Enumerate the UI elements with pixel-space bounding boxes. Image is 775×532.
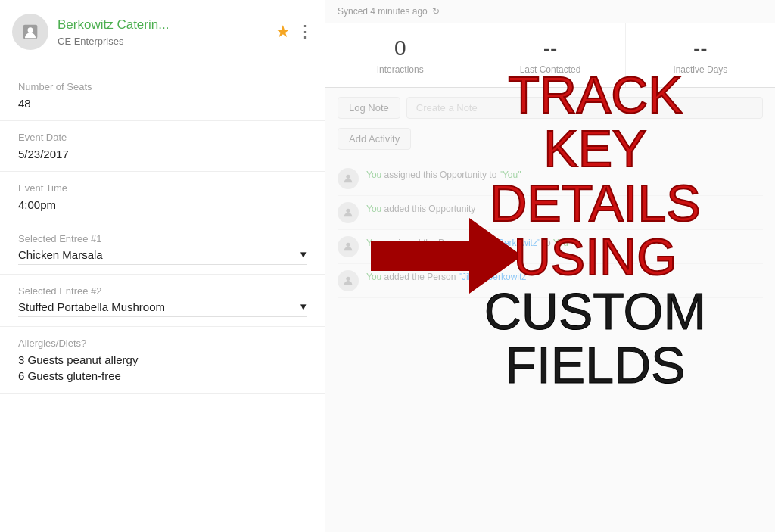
number-of-seats-label: Number of Seats [18,81,307,92]
allergies-label: Allergies/Diets? [18,338,307,349]
entree1-field: Selected Entree #1 Chicken Marsala ▾ [0,222,325,275]
star-icon[interactable]: ★ [275,22,291,42]
last-contacted-value: -- [543,36,558,61]
main-container: Berkowitz Caterin... CE Enterprises ★ ⋮ … [0,0,775,532]
inactive-days-value: -- [693,36,708,61]
svg-point-1 [28,27,33,33]
last-contacted-stat: -- Last Contacted [475,23,625,87]
entree1-dropdown-icon[interactable]: ▾ [300,247,307,261]
left-panel: Berkowitz Caterin... CE Enterprises ★ ⋮ … [0,0,325,532]
activity-item-2: You added this Opportunity [338,196,763,230]
sync-status: Synced 4 minutes ago [338,6,428,17]
svg-point-5 [346,276,350,280]
entree1-label: Selected Entree #1 [18,233,307,244]
allergies-value[interactable]: 3 Guests peanut allergy 6 Guests gluten-… [18,352,307,384]
you-link-3[interactable]: You [366,204,381,214]
contact-company: CE Enterprises [58,36,275,47]
entree2-field: Selected Entree #2 Stuffed Portabella Mu… [0,275,325,327]
you-link-2[interactable]: "You" [500,170,521,180]
entree2-label: Selected Entree #2 [18,285,307,297]
jillian-link-1[interactable]: "Jillian Berkowitz" [469,238,540,248]
activity-text-1: You assigned this Opportunity to "You" [366,168,763,182]
svg-point-4 [346,242,350,246]
svg-point-2 [346,174,350,178]
svg-point-3 [346,208,350,212]
entree1-select[interactable]: Chicken Marsala ▾ [18,247,307,265]
activity-section: Log Note Create a Note Add Activity You … [325,88,775,532]
you-link-5[interactable]: You [553,238,568,248]
activity-avatar-2 [338,202,359,223]
interactions-label: Interactions [377,64,424,75]
activity-item-3: You assigned the Person "Jillian Berkowi… [338,230,763,264]
event-time-value[interactable]: 4:00pm [18,197,307,213]
inactive-days-label: Inactive Days [673,64,727,75]
add-activity-row: Add Activity [338,128,763,150]
contact-info: Berkowitz Caterin... CE Enterprises [58,17,275,46]
stats-row: 0 Interactions -- Last Contacted -- Inac… [325,23,775,88]
event-date-value[interactable]: 5/23/2017 [18,146,307,162]
jillian-link-2[interactable]: "Jillian Berkowitz" [459,272,530,282]
activity-item-4: You added the Person "Jillian Berkowitz" [338,264,763,298]
contact-header: Berkowitz Caterin... CE Enterprises ★ ⋮ [0,0,325,64]
activity-avatar-3 [338,236,359,257]
contact-icon [20,21,41,42]
avatar [12,14,48,50]
entree1-value: Chicken Marsala [18,248,103,261]
person-icon-2 [342,207,354,219]
add-activity-button[interactable]: Add Activity [338,128,411,150]
event-date-label: Event Date [18,132,307,143]
inactive-days-stat: -- Inactive Days [626,23,775,87]
note-input[interactable]: Create a Note [406,97,763,119]
contact-name: Berkowitz Caterin... [58,17,275,33]
entree2-value: Stuffed Portabella Mushroom [18,300,165,313]
entree2-dropdown-icon[interactable]: ▾ [300,300,307,313]
activity-text-4: You added the Person "Jillian Berkowitz" [366,270,763,284]
event-date-field: Event Date 5/23/2017 [0,121,325,172]
activity-text-2: You added this Opportunity [366,202,763,216]
header-actions: ★ ⋮ [275,22,313,42]
last-contacted-label: Last Contacted [520,64,581,75]
interactions-value: 0 [394,36,406,61]
activity-text-3: You assigned the Person "Jillian Berkowi… [366,236,763,250]
number-of-seats-value[interactable]: 48 [18,95,307,111]
activity-avatar-4 [338,270,359,291]
entree2-select[interactable]: Stuffed Portabella Mushroom ▾ [18,300,307,317]
more-icon[interactable]: ⋮ [297,22,313,42]
person-icon-4 [342,275,354,287]
person-icon-3 [342,241,354,253]
you-link-4[interactable]: You [366,238,381,248]
right-panel: Synced 4 minutes ago ↻ 0 Interactions --… [325,0,775,532]
log-note-row: Log Note Create a Note [338,97,763,119]
log-note-button[interactable]: Log Note [338,97,400,119]
sync-bar: Synced 4 minutes ago ↻ [325,0,775,23]
event-time-field: Event Time 4:00pm [0,172,325,222]
sync-icon[interactable]: ↻ [432,6,440,17]
person-icon-1 [342,173,354,185]
you-link-6[interactable]: You [366,272,381,282]
number-of-seats-field: Number of Seats 48 [0,70,325,121]
interactions-stat: 0 Interactions [325,23,475,87]
event-time-label: Event Time [18,182,307,194]
allergies-field: Allergies/Diets? 3 Guests peanut allergy… [0,327,325,394]
activity-avatar-1 [338,168,359,189]
fields-container: Number of Seats 48 Event Date 5/23/2017 … [0,64,325,532]
activity-item-1: You assigned this Opportunity to "You" [338,162,763,196]
you-link-1[interactable]: You [366,170,381,180]
